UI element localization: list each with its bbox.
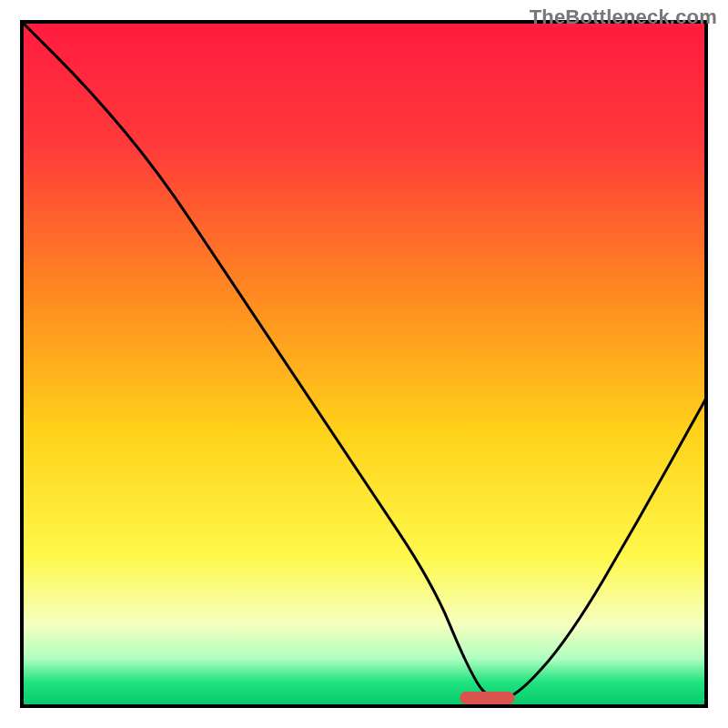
- watermark-text: TheBottleneck.com: [530, 5, 717, 29]
- optimal-marker: [460, 692, 514, 704]
- bottleneck-chart: [0, 0, 728, 728]
- chart-container: TheBottleneck.com: [0, 0, 728, 728]
- gradient-background: [22, 22, 706, 706]
